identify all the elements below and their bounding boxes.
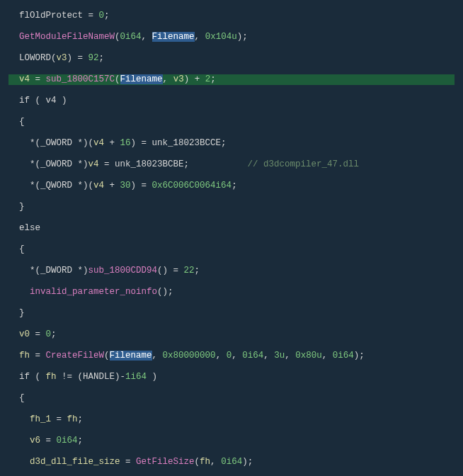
highlighted-filename: Filename bbox=[152, 32, 195, 42]
code-line: if ( fh != (HANDLE)-1i64 ) bbox=[8, 372, 455, 382]
code-line: } bbox=[8, 202, 455, 212]
highlighted-filename: Filename bbox=[120, 74, 163, 84]
code-line: *(_OWORD *)v4 = unk_18023BCBE; // d3dcom… bbox=[8, 159, 455, 170]
code-line: { bbox=[8, 393, 455, 404]
code-line: if ( v4 ) bbox=[8, 96, 455, 106]
code-line: { bbox=[8, 117, 455, 128]
code-line: invalid_parameter_noinfo(); bbox=[8, 287, 455, 298]
code-line: *(_OWORD *)(v4 + 16) = unk_18023BCCE; bbox=[8, 138, 455, 149]
comment: // d3dcompiler_47.dll bbox=[248, 159, 360, 169]
code-line: fh_1 = fh; bbox=[8, 414, 455, 425]
code-line: v0 = 0; bbox=[8, 329, 455, 340]
code-line: } bbox=[8, 308, 455, 319]
code-line: { bbox=[8, 244, 455, 255]
code-line: fh = CreateFileW(Filename, 0x80000000, 0… bbox=[8, 351, 455, 361]
highlighted-filename: Filename bbox=[110, 351, 152, 361]
code-line: GetModuleFileNameW(0i64, Filename, 0x104… bbox=[8, 32, 455, 42]
code-line: LOWORD(v3) = 92; bbox=[8, 53, 455, 64]
code-line: else bbox=[8, 223, 455, 234]
code-line: flOldProtect = 0; bbox=[8, 11, 455, 21]
code-line: *(_QWORD *)(v4 + 30) = 0x6C006C0064i64; bbox=[8, 181, 455, 191]
code-line: v6 = 0i64; bbox=[8, 436, 455, 446]
code-line: d3d_dll_file_size = GetFileSize(fh, 0i64… bbox=[8, 457, 455, 468]
code-line: *(_DWORD *)sub_1800CDD94() = 22; bbox=[8, 266, 455, 276]
code-line-highlighted: v4 = sub_1800C157C(Filename, v3) + 2; bbox=[8, 74, 455, 85]
code-editor[interactable]: flOldProtect = 0; GetModuleFileNameW(0i6… bbox=[0, 0, 463, 476]
